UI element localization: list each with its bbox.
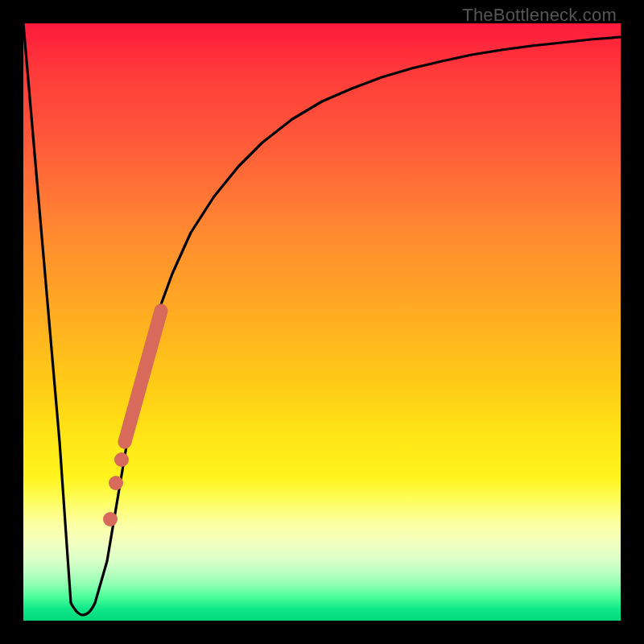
highlight-dot [109,476,123,490]
chart-frame: TheBottleneck.com [0,0,644,644]
highlight-segment [125,311,161,442]
bottleneck-curve [23,23,621,615]
highlight-dot [103,512,118,526]
watermark-text: TheBottleneck.com [462,5,617,26]
highlight-dot [114,452,129,467]
chart-svg [23,23,621,621]
plot-area [23,23,621,621]
